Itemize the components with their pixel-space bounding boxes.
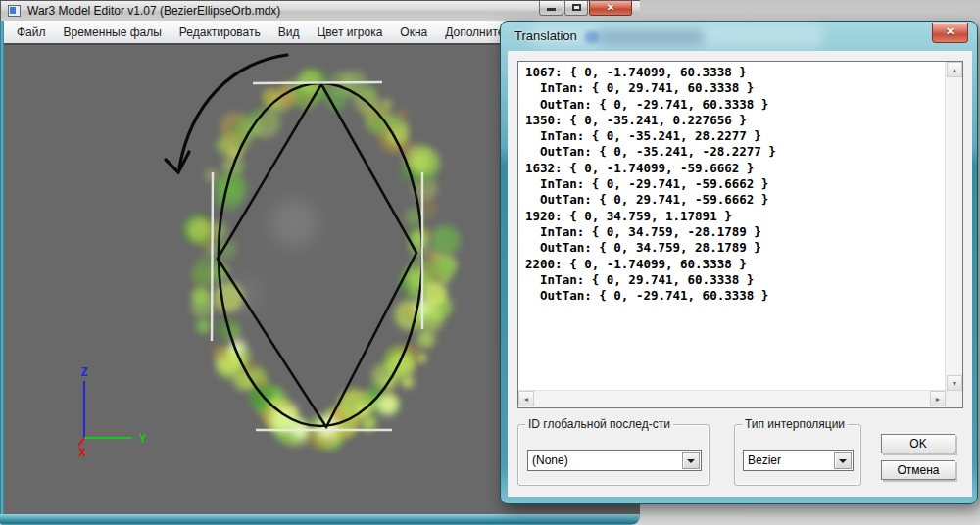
maximize-button[interactable] [564,1,588,16]
dialog-client-area: 1067: { 0, -1.74099, 60.3338 } InTan: { … [508,51,972,497]
interpolation-dropdown[interactable]: Bezier [743,450,854,471]
chevron-down-icon [839,459,847,463]
translation-dialog: Translation ✕ 1067: { 0, -1.74099, 60.33… [500,21,978,504]
global-sequence-value: (None) [532,453,568,467]
interpolation-label: Тип интерполяции [742,417,848,431]
window-border-bottom [0,514,640,525]
particle-layer [183,69,461,451]
menu-item[interactable]: Окна [391,23,436,42]
menu-item[interactable]: Редактировать [171,23,270,42]
arrow-up-icon: ▲ [952,67,958,73]
axis-z-label: Z [80,365,87,379]
scroll-left-button[interactable]: ◄ [518,391,534,406]
scroll-up-button[interactable]: ▲ [947,62,962,77]
scrollbar-corner [946,391,962,407]
main-window-title: War3 Model Editor v1.07 (BezierEllipseOr… [27,4,280,18]
axis-y-label: Y [139,432,147,446]
menu-item[interactable]: Вид [270,23,309,42]
arrow-left-icon: ◄ [523,396,530,403]
close-icon: ✕ [933,25,967,38]
global-sequence-label: ID глобальной послед-сти [525,417,673,431]
horizontal-scrollbar[interactable]: ◄ ► [518,390,946,407]
interpolation-groupbox: Тип интерполяции Bezier [734,424,861,486]
bezier-ellipse-path [219,83,422,426]
chevron-down-icon [687,459,695,463]
cancel-button[interactable]: Отмена [881,460,956,480]
axis-x-label: X [78,446,86,459]
interpolation-value: Bezier [748,453,781,467]
dropdown-button[interactable] [834,452,852,469]
menu-item[interactable]: Файл [8,23,55,42]
dialog-title: Translation [514,28,577,43]
main-window-titlebar[interactable]: War3 Model Editor v1.07 (BezierEllipseOr… [0,0,640,21]
window-controls: ✕ [538,1,632,16]
scroll-down-button[interactable]: ▼ [947,375,962,391]
menu-item[interactable]: Временные фалы [55,23,171,42]
global-sequence-dropdown[interactable]: (None) [527,450,702,471]
keyframe-listbox[interactable]: 1067: { 0, -1.74099, 60.3338 } InTan: { … [517,61,963,408]
app-icon [8,5,21,17]
menu-item[interactable]: Цвет игрока [308,23,391,42]
ok-button[interactable]: OK [881,434,956,453]
vertical-scrollbar[interactable]: ▲ ▼ [945,62,962,391]
arrow-right-icon: ► [935,396,942,403]
close-icon: ✕ [590,2,631,13]
maximize-icon [572,4,581,11]
scroll-right-button[interactable]: ► [930,391,946,406]
titlebar-ghost [597,29,705,45]
axis-gizmo: Z Y X [78,365,147,459]
close-button[interactable]: ✕ [589,1,632,16]
minimize-button[interactable] [539,1,564,16]
dropdown-button[interactable] [682,452,700,469]
desktop-background: War3 Model Editor v1.07 (BezierEllipseOr… [0,0,980,525]
minimize-icon [547,8,556,11]
titlebar-ghost-icon [585,31,599,43]
dialog-close-button[interactable]: ✕ [932,23,968,43]
keyframe-text: 1067: { 0, -1.74099, 60.3338 } InTan: { … [518,62,962,304]
arrow-down-icon: ▼ [952,380,958,387]
global-sequence-groupbox: ID глобальной послед-сти (None) [517,424,710,486]
